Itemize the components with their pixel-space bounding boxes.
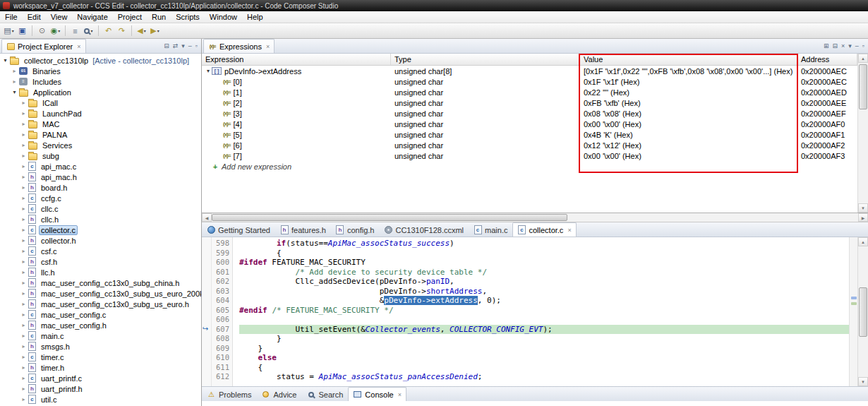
build-button[interactable]: ⊙ <box>35 25 49 37</box>
expand-arrow-icon[interactable]: ▸ <box>20 364 28 371</box>
expand-arrow-icon[interactable]: ▸ <box>20 386 28 392</box>
tree-item-mac-user-config-c[interactable]: ▸cmac_user_config.c <box>0 309 201 320</box>
column-header-expression[interactable]: Expression <box>202 54 391 65</box>
collapse-arrow-icon[interactable]: ▾ <box>11 89 18 95</box>
column-header-value[interactable]: Value <box>580 54 797 65</box>
menu-navigate[interactable]: Navigate <box>72 12 112 22</box>
scroll-up-icon[interactable]: ▲ <box>858 237 868 246</box>
expand-arrow-icon[interactable]: ▸ <box>20 163 28 169</box>
menu-help[interactable]: Help <box>242 12 268 22</box>
code-line[interactable]: } <box>239 344 849 354</box>
forward-button[interactable]: ▶▾ <box>148 25 162 37</box>
code-line[interactable] <box>239 315 849 325</box>
search-button[interactable]: ▾ <box>82 25 95 37</box>
expression-row[interactable]: (x)=[0]unsigned char0x1F '\x1f' (Hex)0x2… <box>202 76 857 87</box>
settings-button[interactable]: ≡ <box>68 25 82 37</box>
expand-arrow-icon[interactable]: ▸ <box>20 216 28 222</box>
collapse-arrow-icon[interactable]: ▾ <box>1 57 9 64</box>
expand-arrow-icon[interactable]: ▸ <box>20 131 28 138</box>
editor-tab-main-c[interactable]: cmain.c <box>469 222 512 237</box>
menu-file[interactable]: File <box>0 12 23 22</box>
expression-row[interactable]: (x)=[3]unsigned char0x08 '\x08' (Hex)0x2… <box>202 108 857 119</box>
scrollbar-track[interactable] <box>212 213 858 222</box>
tree-item-ccfg-c[interactable]: ▸cccfg.c <box>0 193 201 203</box>
code-line[interactable]: #endif /* FEATURE_MAC_SECURITY */ <box>239 306 849 316</box>
expand-arrow-icon[interactable]: ▸ <box>20 205 28 212</box>
tree-item-mac-user-config-cc13x0-subg-us-euro-h[interactable]: ▸hmac_user_config_cc13x0_subg_us_euro.h <box>0 299 201 309</box>
expand-arrow-icon[interactable]: ▸ <box>20 280 28 286</box>
code-line[interactable]: } <box>239 334 849 344</box>
code-line[interactable]: { <box>239 363 849 373</box>
scrollbar-thumb[interactable] <box>212 214 567 221</box>
tree-item-timer-h[interactable]: ▸htimer.h <box>0 362 201 373</box>
code-line[interactable]: pDevInfo->shortAddress, <box>239 287 849 297</box>
tree-item-csf-c[interactable]: ▸ccsf.c <box>0 246 201 256</box>
expand-arrow-icon[interactable]: ▸ <box>20 110 28 117</box>
maximize-icon[interactable]: ▫ <box>862 42 864 49</box>
menu-scripts[interactable]: Scripts <box>171 12 205 22</box>
expand-arrow-icon[interactable]: ▸ <box>20 343 28 350</box>
show-columns-icon[interactable]: ⊞ <box>824 42 829 49</box>
code-line[interactable]: if(status==ApiMac_assocStatus_success) <box>239 239 849 249</box>
column-header-type[interactable]: Type <box>391 54 580 65</box>
scroll-down-icon[interactable]: ▼ <box>858 377 868 386</box>
tree-item-subg[interactable]: ▸subg <box>0 150 201 161</box>
scrollbar-thumb[interactable] <box>859 64 867 109</box>
tree-item-mac-user-config-cc13x0-subg-us-euro-200k[interactable]: ▸hmac_user_config_cc13x0_subg_us_euro_20… <box>0 288 201 299</box>
tree-item-main-c[interactable]: ▸cmain.c <box>0 330 201 341</box>
expression-row[interactable]: (x)=[5]unsigned char0x4B 'K' (Hex)0x2000… <box>202 129 857 140</box>
tree-item-cllc-h[interactable]: ▸hcllc.h <box>0 214 201 225</box>
tree-item-board-h[interactable]: ▸hboard.h <box>0 182 201 193</box>
tree-item-collector-h[interactable]: ▸hcollector.h <box>0 235 201 246</box>
expand-arrow-icon[interactable]: ▸ <box>20 258 28 265</box>
scroll-left-icon[interactable]: ◀ <box>202 213 212 222</box>
view-menu-icon[interactable]: ▾ <box>848 42 852 49</box>
expand-arrow-icon[interactable]: ▸ <box>20 375 28 381</box>
expressions-vertical-scrollbar[interactable]: ▲ ▼ <box>857 54 868 213</box>
editor-tab-features-h[interactable]: hfeatures.h <box>275 222 331 237</box>
code-line[interactable]: status = ApiMac_assocStatus_panAccessDen… <box>239 372 849 382</box>
close-icon[interactable]: × <box>77 43 80 50</box>
expand-arrow-icon[interactable]: ▸ <box>20 184 28 191</box>
code-line[interactable]: { <box>239 249 849 258</box>
redo-button[interactable]: ↷ <box>115 25 128 37</box>
menu-view[interactable]: View <box>46 12 73 22</box>
code-line[interactable]: Cllc_addSecDevice(pDevInfo->panID, <box>239 277 849 287</box>
tree-item-services[interactable]: ▸Services <box>0 140 201 150</box>
menu-project[interactable]: Project <box>113 12 147 22</box>
undo-button[interactable]: ↶ <box>102 25 115 37</box>
tree-item-launchpad[interactable]: ▸LaunchPad <box>0 108 201 119</box>
expression-row[interactable]: (x)=[1]unsigned char0x22 '"' (Hex)0x2000… <box>202 87 857 97</box>
save-button[interactable]: ▣ <box>16 25 29 37</box>
tree-item-smsgs-h[interactable]: ▸hsmsgs.h <box>0 341 201 352</box>
scroll-down-icon[interactable]: ▼ <box>858 203 868 213</box>
expression-row[interactable]: ▾[ ]pDevInfo->extAddressunsigned char[8]… <box>202 66 857 76</box>
scroll-up-icon[interactable]: ▲ <box>858 54 868 63</box>
tree-item-api-mac-h[interactable]: ▸hapi_mac.h <box>0 172 201 182</box>
code-line[interactable]: #ifdef FEATURE_MAC_SECURITY <box>239 258 849 268</box>
code-line[interactable]: &pDevInfo->extAddress, 0); <box>239 296 849 306</box>
column-header-address[interactable]: Address <box>797 54 857 65</box>
code-area[interactable]: if(status==ApiMac_assocStatus_success) {… <box>239 237 849 386</box>
close-icon[interactable]: × <box>266 43 270 50</box>
expand-arrow-icon[interactable]: ▸ <box>20 354 28 360</box>
tree-item-api-mac-c[interactable]: ▸capi_mac.c <box>0 161 201 172</box>
collapse-arrow-icon[interactable]: ▾ <box>205 68 212 74</box>
expand-arrow-icon[interactable]: ▸ <box>20 396 28 402</box>
expand-arrow-icon[interactable]: ▸ <box>20 269 28 275</box>
tree-item-collector-cc1310lp[interactable]: ▾collector_cc1310lp[Active - collector_c… <box>0 55 201 66</box>
expand-arrow-icon[interactable]: ▸ <box>20 322 28 328</box>
back-button[interactable]: ◀▾ <box>135 25 148 37</box>
tree-item-includes[interactable]: ▸≡Includes <box>0 76 201 87</box>
editor-tab-config-h[interactable]: hconfig.h <box>331 222 380 237</box>
scrollbar-track[interactable] <box>858 246 868 377</box>
debug-button[interactable]: ◉▾ <box>49 25 62 37</box>
view-menu-icon[interactable]: ▾ <box>181 42 185 49</box>
menu-window[interactable]: Window <box>205 12 242 22</box>
expand-arrow-icon[interactable]: ▸ <box>11 78 18 85</box>
expand-arrow-icon[interactable]: ▸ <box>20 290 28 297</box>
editor-tab-collector-c[interactable]: ccollector.c× <box>512 222 576 237</box>
link-with-editor-icon[interactable]: ⇄ <box>173 42 179 49</box>
menu-run[interactable]: Run <box>147 12 171 22</box>
expand-arrow-icon[interactable]: ▸ <box>11 68 18 74</box>
